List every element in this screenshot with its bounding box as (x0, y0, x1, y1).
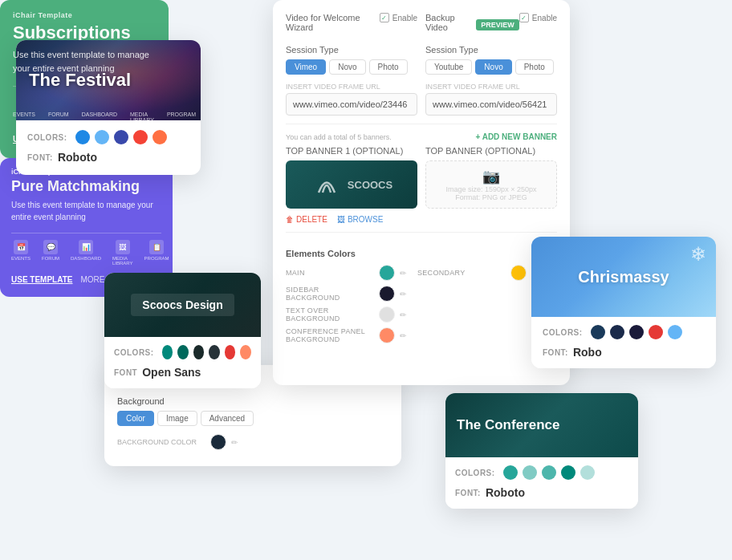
scoocs-color-5[interactable] (225, 345, 236, 359)
chrismassy-colors-row: COLORS: (543, 325, 705, 339)
festival-title: The Festival (29, 70, 131, 91)
tab-photo[interactable]: Photo (369, 59, 408, 75)
video-welcome-header: Video for Welcome Wizard ✓ Enable (286, 13, 417, 37)
add-count-text: You can add a total of 5 banners. (286, 133, 392, 141)
backup-enable-label: Enable (532, 14, 557, 22)
banner-header: You can add a total of 5 banners. + ADD … (286, 132, 557, 141)
frame-url-label: INSERT VIDEO FRAME URL (286, 83, 417, 91)
scoocs-color-6[interactable] (240, 345, 251, 359)
scoocs-banner-text: SCOOCS (348, 179, 392, 191)
vr-tab-image[interactable]: Image (157, 411, 197, 426)
main-color-label: MAIN (286, 269, 374, 277)
festival-body: COLORS: FONT: Roboto (16, 120, 201, 175)
mm-desc: Use this event template to manage your e… (11, 199, 161, 223)
video-tabs: Vimeo Novo Photo (286, 59, 417, 75)
chrismassy-color-2[interactable] (610, 325, 624, 339)
festival-color-2[interactable] (95, 130, 109, 144)
vr-tab-color[interactable]: Color (117, 411, 154, 426)
backup-session-label: Session Type (425, 45, 557, 55)
trash-icon: 🗑 (286, 215, 294, 224)
scoocs-colors-label: COLORS: (114, 348, 154, 357)
mm-title: Pure Matchmaking (11, 178, 161, 195)
sidebar-bg-swatch[interactable] (379, 286, 395, 302)
sidebar-bg-row: SIDEBAR BACKGROUND ✏ (286, 286, 538, 302)
chrismassy-color-1[interactable] (591, 325, 605, 339)
sidebar-bg-edit-icon[interactable]: ✏ (400, 290, 406, 298)
tab-novo[interactable]: Novo (329, 59, 365, 75)
scoocs-color-1[interactable] (162, 345, 173, 359)
scoocs-colors-row: COLORS: (114, 345, 251, 359)
chrismassy-image: Chrismassy (531, 237, 716, 317)
vr-bg-color-swatch[interactable] (210, 434, 226, 450)
tab-vimeo[interactable]: Vimeo (286, 59, 326, 75)
mm-events-icon: 📅 (14, 240, 28, 254)
tab-novo-backup[interactable]: Novo (475, 59, 511, 75)
festival-color-3[interactable] (114, 130, 128, 144)
chrismassy-color-3[interactable] (629, 325, 644, 339)
conf-color-1[interactable] (503, 465, 518, 480)
sub-tag: iChair Template (13, 11, 156, 19)
scoocs-color-3[interactable] (193, 345, 205, 359)
chrismassy-body: COLORS: FONT: Robo (531, 317, 716, 368)
conf-color-2[interactable] (523, 465, 537, 480)
festival-color-4[interactable] (133, 130, 148, 144)
scoocs-color-4[interactable] (209, 345, 220, 359)
festival-font-row: FONT: Roboto (27, 151, 189, 164)
backup-video-section: Backup Video PREVIEW ✓ Enable Session Ty… (425, 13, 557, 116)
scoocs-color-2[interactable] (177, 345, 189, 359)
tab-youtube[interactable]: Youtube (425, 59, 472, 75)
mm-icons-row: 📅 EVENTS 💬 FORUM 📊 DASHBOARD 🖼 MEDIA LIB… (11, 233, 161, 266)
frame-url-input[interactable] (286, 93, 417, 116)
festival-color-5[interactable] (152, 130, 167, 144)
chrismassy-color-5[interactable] (668, 325, 682, 339)
banner-1-svg (311, 168, 343, 201)
enable-label: Enable (392, 14, 417, 22)
conference-image: The Conference (445, 393, 638, 457)
video-panels-row: Video for Welcome Wizard ✓ Enable Sessio… (286, 13, 557, 116)
tab-photo-backup[interactable]: Photo (515, 59, 554, 75)
conference-font-row: FONT: Roboto (455, 486, 628, 499)
text-bg-row: TEXT OVER BACKGROUND ✏ (286, 306, 538, 323)
backup-frame-label: INSERT VIDEO FRAME URL (425, 83, 557, 91)
browse-banner-button[interactable]: 🖼 BROWSE (337, 215, 383, 224)
text-bg-edit-icon[interactable]: ✏ (400, 310, 406, 319)
chrismassy-font-label: FONT: (543, 348, 568, 357)
mm-use-template-button[interactable]: USE TEMPLATE (11, 275, 72, 284)
secondary-color-swatch[interactable] (510, 265, 527, 281)
mm-icon-dashboard: 📊 DASHBOARD (71, 240, 101, 266)
conf-color-3[interactable] (542, 465, 556, 480)
chrismassy-font-row: FONT: Robo (543, 346, 705, 359)
main-color-swatch[interactable] (379, 265, 395, 281)
backup-enable-checkbox[interactable]: ✓ (519, 13, 529, 22)
mm-program-icon: 📋 (149, 240, 164, 254)
conf-panel-swatch[interactable] (379, 327, 395, 343)
delete-banner-button[interactable]: 🗑 DELETE (286, 215, 327, 224)
main-color-row: MAIN ✏ SECONDARY ✏ (286, 265, 538, 281)
festival-color-1[interactable] (75, 130, 90, 144)
banner-1-actions: 🗑 DELETE 🖼 BROWSE (286, 215, 417, 224)
add-banner-button[interactable]: + ADD NEW BANNER (475, 132, 557, 141)
vr-tab-advanced[interactable]: Advanced (201, 411, 254, 426)
conf-panel-edit-icon[interactable]: ✏ (400, 331, 406, 340)
main-color-edit-icon[interactable]: ✏ (400, 269, 406, 278)
vr-bg-color-row: BACKGROUND COLOR ✏ (117, 434, 388, 450)
chrismassy-font-name: Robo (573, 346, 602, 359)
backup-tabs: Youtube Novo Photo (425, 59, 557, 75)
camera-icon: 📷 (446, 168, 537, 185)
text-bg-swatch[interactable] (379, 306, 395, 323)
video-enable-checkbox[interactable]: ✓ (380, 13, 389, 22)
conference-card: The Conference COLORS: FONT: Roboto (445, 393, 638, 509)
festival-font-label: FONT: (27, 153, 53, 162)
conf-color-4[interactable] (561, 465, 575, 480)
festival-font-name: Roboto (58, 151, 97, 164)
conf-panel-label: CONFERENCE PANEL BACKGROUND (286, 327, 374, 343)
mm-icon-events: 📅 EVENTS (11, 240, 31, 266)
chrismassy-color-4[interactable] (649, 325, 663, 339)
conf-color-5[interactable] (580, 465, 595, 480)
mm-icon-forum: 💬 FORUM (42, 240, 59, 266)
vr-bg-color-edit-icon[interactable]: ✏ (231, 438, 238, 447)
backup-url-input[interactable] (425, 93, 557, 116)
divider-1 (286, 124, 557, 124)
mm-dashboard-icon: 📊 (79, 240, 93, 254)
banner-1-preview: SCOOCS (286, 160, 417, 209)
